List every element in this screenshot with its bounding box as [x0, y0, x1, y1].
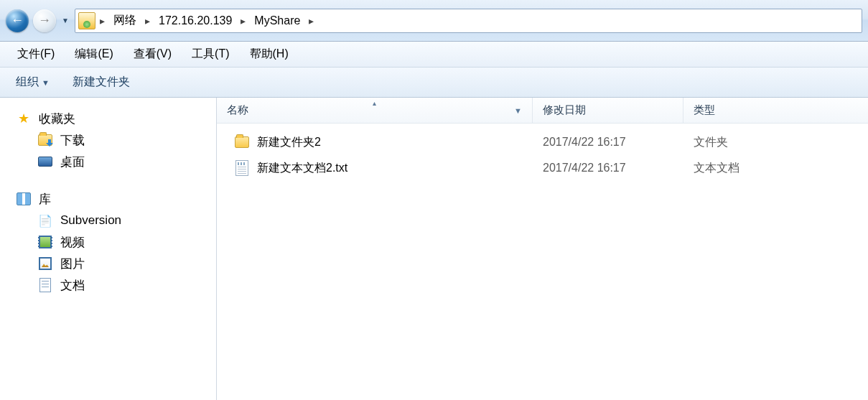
sidebar-item-desktop[interactable]: 桌面: [16, 151, 216, 172]
column-header-modified[interactable]: 修改日期: [533, 98, 683, 123]
folder-icon: [234, 134, 250, 150]
chevron-right-icon[interactable]: ▸: [142, 15, 153, 27]
chevron-down-icon[interactable]: ▼: [514, 106, 522, 115]
file-name-cell: 新建文件夹2: [227, 134, 543, 150]
star-icon: ★: [16, 111, 32, 126]
downloads-icon: [37, 132, 53, 148]
sidebar-item-label: 下载: [60, 132, 85, 149]
address-bar-row: ← → ▼ ▸ 网络 ▸ 172.16.20.139 ▸ MyShare ▸: [0, 0, 868, 42]
text-file-icon: [234, 160, 250, 176]
video-icon: [37, 234, 53, 250]
sidebar-item-label: Subversion: [60, 213, 121, 228]
column-header-label: 修改日期: [543, 103, 586, 117]
file-row[interactable]: 新建文本文档2.txt 2017/4/22 16:17 文本文档: [217, 155, 868, 181]
sidebar-item-downloads[interactable]: 下载: [16, 129, 216, 151]
documents-icon: [37, 277, 53, 293]
column-header-row: ▴ 名称 ▼ 修改日期 类型: [217, 98, 868, 124]
file-date-cell: 2017/4/22 16:17: [543, 136, 694, 149]
new-folder-label: 新建文件夹: [73, 75, 130, 90]
address-bar[interactable]: ▸ 网络 ▸ 172.16.20.139 ▸ MyShare ▸: [75, 9, 862, 33]
column-header-type[interactable]: 类型: [683, 98, 868, 123]
sort-ascending-icon: ▴: [373, 99, 376, 107]
breadcrumb-share[interactable]: MyShare: [250, 9, 304, 32]
nav-history-dropdown[interactable]: ▼: [60, 17, 70, 24]
sidebar-item-label: 文档: [60, 277, 85, 294]
sidebar-header-label: 库: [39, 191, 51, 208]
file-name-cell: 新建文本文档2.txt: [227, 160, 543, 176]
chevron-right-icon[interactable]: ▸: [306, 15, 317, 27]
file-pane: ▴ 名称 ▼ 修改日期 类型 新建文件夹2 2017/4/22 16:17 文件…: [217, 98, 868, 400]
file-type-cell: 文本文档: [694, 161, 868, 176]
chevron-right-icon[interactable]: ▸: [238, 15, 248, 27]
libraries-icon: [16, 191, 32, 207]
sidebar-item-label: 图片: [60, 256, 85, 272]
chevron-right-icon[interactable]: ▸: [97, 15, 108, 27]
sidebar-item-videos[interactable]: 视频: [16, 231, 216, 253]
organize-label: 组织: [16, 75, 39, 90]
sidebar-header-label: 收藏夹: [39, 111, 75, 127]
breadcrumb-host[interactable]: 172.16.20.139: [154, 9, 236, 32]
sidebar-group-libraries: 库 📄 Subversion 视频 图片 文档: [16, 188, 216, 296]
sidebar-item-subversion[interactable]: 📄 Subversion: [16, 210, 216, 231]
column-header-label: 类型: [694, 103, 715, 117]
menu-view[interactable]: 查看(V): [126, 44, 179, 65]
desktop-icon: [37, 154, 53, 169]
file-row[interactable]: 新建文件夹2 2017/4/22 16:17 文件夹: [217, 129, 868, 155]
sidebar-item-label: 视频: [60, 234, 85, 251]
sidebar-item-pictures[interactable]: 图片: [16, 253, 216, 274]
arrow-right-icon: →: [38, 13, 51, 28]
sidebar-item-label: 桌面: [60, 154, 85, 170]
back-button[interactable]: ←: [6, 9, 29, 32]
sidebar-item-documents[interactable]: 文档: [16, 274, 216, 296]
column-header-name[interactable]: ▴ 名称 ▼: [217, 98, 533, 123]
column-header-label: 名称: [227, 103, 248, 117]
menu-help[interactable]: 帮助(H): [243, 44, 296, 65]
organize-button[interactable]: 组织 ▼: [11, 72, 54, 93]
menu-tools[interactable]: 工具(T): [185, 44, 236, 65]
chevron-down-icon: ▼: [42, 78, 50, 87]
file-date-cell: 2017/4/22 16:17: [543, 162, 694, 175]
new-folder-button[interactable]: 新建文件夹: [68, 72, 134, 93]
body: ★ 收藏夹 下载 桌面 库 📄 Subversion: [0, 98, 868, 400]
sidebar-header-libraries[interactable]: 库: [16, 188, 216, 210]
file-type-cell: 文件夹: [694, 135, 868, 150]
menu-bar: 文件(F) 编辑(E) 查看(V) 工具(T) 帮助(H): [0, 42, 868, 68]
pictures-icon: [37, 256, 53, 271]
sidebar-group-favorites: ★ 收藏夹 下载 桌面: [16, 108, 216, 172]
arrow-left-icon: ←: [11, 13, 24, 28]
sidebar-header-favorites[interactable]: ★ 收藏夹: [16, 108, 216, 129]
menu-edit[interactable]: 编辑(E): [67, 44, 120, 65]
menu-file[interactable]: 文件(F): [10, 44, 62, 65]
toolbar: 组织 ▼ 新建文件夹: [0, 68, 868, 98]
file-name: 新建文本文档2.txt: [257, 161, 347, 176]
sidebar: ★ 收藏夹 下载 桌面 库 📄 Subversion: [0, 98, 217, 400]
file-name: 新建文件夹2: [257, 135, 321, 150]
share-folder-icon: [78, 12, 95, 29]
breadcrumb-network[interactable]: 网络: [109, 9, 141, 32]
forward-button[interactable]: →: [33, 9, 56, 32]
subversion-icon: 📄: [37, 213, 53, 228]
file-list: 新建文件夹2 2017/4/22 16:17 文件夹 新建文本文档2.txt 2…: [217, 124, 868, 187]
